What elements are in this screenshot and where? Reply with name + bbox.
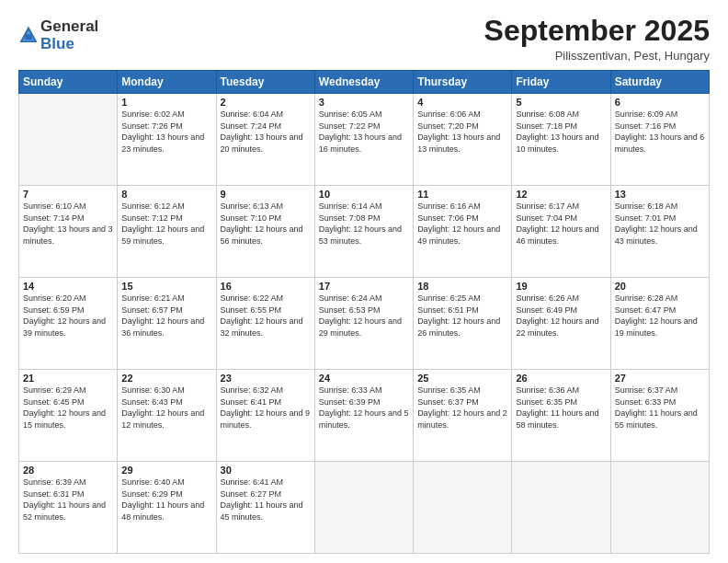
day-number: 26 [516, 373, 606, 384]
day-info: Sunrise: 6:22 AMSunset: 6:55 PMDaylight:… [221, 293, 311, 339]
day-number: 11 [417, 189, 507, 200]
calendar-cell: 4Sunrise: 6:06 AMSunset: 7:20 PMDaylight… [414, 94, 512, 186]
calendar-cell [414, 462, 512, 554]
weekday-header: Friday [512, 71, 610, 94]
weekday-header: Wednesday [314, 71, 413, 94]
calendar-cell: 21Sunrise: 6:29 AMSunset: 6:45 PMDayligh… [19, 370, 118, 462]
calendar-cell: 13Sunrise: 6:18 AMSunset: 7:01 PMDayligh… [610, 186, 709, 278]
svg-rect-2 [25, 34, 31, 40]
calendar-cell: 10Sunrise: 6:14 AMSunset: 7:08 PMDayligh… [314, 186, 413, 278]
calendar-cell: 2Sunrise: 6:04 AMSunset: 7:24 PMDaylight… [216, 94, 314, 186]
location-subtitle: Pilisszentivan, Pest, Hungary [484, 49, 710, 63]
day-number: 1 [121, 97, 211, 108]
day-number: 12 [516, 189, 606, 200]
day-info: Sunrise: 6:20 AMSunset: 6:59 PMDaylight:… [23, 293, 113, 339]
day-number: 25 [417, 373, 507, 384]
month-title: September 2025 [484, 15, 710, 47]
calendar-header-row: SundayMondayTuesdayWednesdayThursdayFrid… [19, 71, 710, 94]
calendar-cell: 27Sunrise: 6:37 AMSunset: 6:33 PMDayligh… [610, 370, 709, 462]
day-info: Sunrise: 6:18 AMSunset: 7:01 PMDaylight:… [615, 201, 705, 247]
day-info: Sunrise: 6:05 AMSunset: 7:22 PMDaylight:… [319, 109, 409, 155]
day-number: 5 [516, 97, 606, 108]
calendar-cell [314, 462, 413, 554]
calendar-cell: 3Sunrise: 6:05 AMSunset: 7:22 PMDaylight… [314, 94, 413, 186]
day-info: Sunrise: 6:24 AMSunset: 6:53 PMDaylight:… [319, 293, 409, 339]
calendar-cell: 5Sunrise: 6:08 AMSunset: 7:18 PMDaylight… [512, 94, 610, 186]
calendar-cell: 19Sunrise: 6:26 AMSunset: 6:49 PMDayligh… [512, 278, 610, 370]
logo-icon [18, 25, 39, 45]
calendar-cell: 15Sunrise: 6:21 AMSunset: 6:57 PMDayligh… [118, 278, 216, 370]
calendar-cell [610, 462, 709, 554]
calendar-week-row: 28Sunrise: 6:39 AMSunset: 6:31 PMDayligh… [19, 462, 710, 554]
day-info: Sunrise: 6:29 AMSunset: 6:45 PMDaylight:… [23, 385, 113, 431]
weekday-header: Thursday [414, 71, 512, 94]
calendar-week-row: 1Sunrise: 6:02 AMSunset: 7:26 PMDaylight… [19, 94, 710, 186]
day-info: Sunrise: 6:41 AMSunset: 6:27 PMDaylight:… [221, 477, 311, 523]
day-info: Sunrise: 6:08 AMSunset: 7:18 PMDaylight:… [516, 109, 606, 155]
day-info: Sunrise: 6:39 AMSunset: 6:31 PMDaylight:… [23, 477, 113, 523]
day-info: Sunrise: 6:17 AMSunset: 7:04 PMDaylight:… [516, 201, 606, 247]
day-info: Sunrise: 6:12 AMSunset: 7:12 PMDaylight:… [121, 201, 211, 247]
page: General Blue September 2025 Pilisszentiv… [0, 0, 728, 563]
day-number: 17 [319, 281, 409, 292]
day-info: Sunrise: 6:28 AMSunset: 6:47 PMDaylight:… [615, 293, 705, 339]
calendar-cell: 29Sunrise: 6:40 AMSunset: 6:29 PMDayligh… [118, 462, 216, 554]
day-number: 27 [615, 373, 705, 384]
calendar-cell: 16Sunrise: 6:22 AMSunset: 6:55 PMDayligh… [216, 278, 314, 370]
calendar-week-row: 7Sunrise: 6:10 AMSunset: 7:14 PMDaylight… [19, 186, 710, 278]
day-number: 30 [221, 465, 311, 476]
day-info: Sunrise: 6:14 AMSunset: 7:08 PMDaylight:… [319, 201, 409, 247]
calendar-cell [19, 94, 118, 186]
day-number: 21 [23, 373, 113, 384]
title-block: September 2025 Pilisszentivan, Pest, Hun… [484, 15, 710, 63]
calendar-cell: 28Sunrise: 6:39 AMSunset: 6:31 PMDayligh… [19, 462, 118, 554]
calendar-cell: 30Sunrise: 6:41 AMSunset: 6:27 PMDayligh… [216, 462, 314, 554]
calendar-cell: 24Sunrise: 6:33 AMSunset: 6:39 PMDayligh… [314, 370, 413, 462]
day-number: 6 [615, 97, 705, 108]
calendar-cell [512, 462, 610, 554]
weekday-header: Monday [118, 71, 216, 94]
day-info: Sunrise: 6:04 AMSunset: 7:24 PMDaylight:… [221, 109, 311, 155]
day-info: Sunrise: 6:13 AMSunset: 7:10 PMDaylight:… [221, 201, 311, 247]
calendar-cell: 22Sunrise: 6:30 AMSunset: 6:43 PMDayligh… [118, 370, 216, 462]
logo: General Blue [18, 18, 98, 52]
logo-text: General Blue [40, 18, 98, 52]
calendar-week-row: 14Sunrise: 6:20 AMSunset: 6:59 PMDayligh… [19, 278, 710, 370]
calendar-cell: 8Sunrise: 6:12 AMSunset: 7:12 PMDaylight… [118, 186, 216, 278]
calendar-table: SundayMondayTuesdayWednesdayThursdayFrid… [18, 70, 710, 554]
day-info: Sunrise: 6:06 AMSunset: 7:20 PMDaylight:… [417, 109, 507, 155]
day-info: Sunrise: 6:33 AMSunset: 6:39 PMDaylight:… [319, 385, 409, 431]
day-number: 23 [221, 373, 311, 384]
day-number: 7 [23, 189, 113, 200]
calendar-cell: 25Sunrise: 6:35 AMSunset: 6:37 PMDayligh… [414, 370, 512, 462]
day-number: 22 [121, 373, 211, 384]
day-info: Sunrise: 6:02 AMSunset: 7:26 PMDaylight:… [121, 109, 211, 155]
calendar-cell: 12Sunrise: 6:17 AMSunset: 7:04 PMDayligh… [512, 186, 610, 278]
day-number: 19 [516, 281, 606, 292]
day-number: 24 [319, 373, 409, 384]
day-number: 14 [23, 281, 113, 292]
calendar-cell: 1Sunrise: 6:02 AMSunset: 7:26 PMDaylight… [118, 94, 216, 186]
day-info: Sunrise: 6:09 AMSunset: 7:16 PMDaylight:… [615, 109, 705, 155]
day-number: 29 [121, 465, 211, 476]
day-info: Sunrise: 6:30 AMSunset: 6:43 PMDaylight:… [121, 385, 211, 431]
calendar-cell: 26Sunrise: 6:36 AMSunset: 6:35 PMDayligh… [512, 370, 610, 462]
day-number: 15 [121, 281, 211, 292]
day-number: 9 [221, 189, 311, 200]
calendar-cell: 23Sunrise: 6:32 AMSunset: 6:41 PMDayligh… [216, 370, 314, 462]
weekday-header: Sunday [19, 71, 118, 94]
day-number: 10 [319, 189, 409, 200]
day-info: Sunrise: 6:36 AMSunset: 6:35 PMDaylight:… [516, 385, 606, 431]
calendar-cell: 18Sunrise: 6:25 AMSunset: 6:51 PMDayligh… [414, 278, 512, 370]
day-number: 13 [615, 189, 705, 200]
day-info: Sunrise: 6:40 AMSunset: 6:29 PMDaylight:… [121, 477, 211, 523]
day-info: Sunrise: 6:16 AMSunset: 7:06 PMDaylight:… [417, 201, 507, 247]
day-info: Sunrise: 6:25 AMSunset: 6:51 PMDaylight:… [417, 293, 507, 339]
day-number: 8 [121, 189, 211, 200]
logo-general-text: General [40, 18, 98, 36]
day-info: Sunrise: 6:32 AMSunset: 6:41 PMDaylight:… [221, 385, 311, 431]
day-info: Sunrise: 6:10 AMSunset: 7:14 PMDaylight:… [23, 201, 113, 247]
header: General Blue September 2025 Pilisszentiv… [18, 15, 710, 63]
day-number: 4 [417, 97, 507, 108]
calendar-cell: 14Sunrise: 6:20 AMSunset: 6:59 PMDayligh… [19, 278, 118, 370]
